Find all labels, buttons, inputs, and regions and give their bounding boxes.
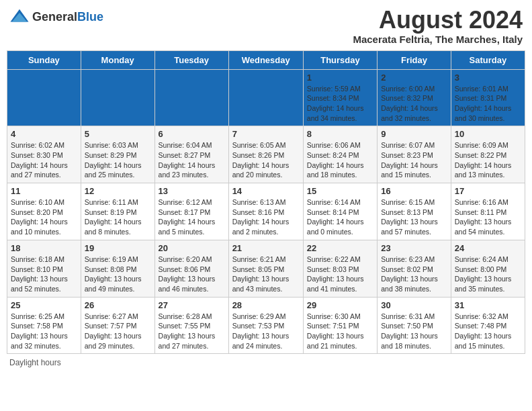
logo-icon bbox=[9, 7, 30, 27]
calendar-week-row: 11Sunrise: 6:10 AM Sunset: 8:20 PM Dayli… bbox=[7, 183, 525, 240]
day-info: Sunrise: 6:31 AM Sunset: 7:50 PM Dayligh… bbox=[381, 312, 447, 351]
day-number: 7 bbox=[232, 129, 300, 139]
calendar-cell: 26Sunrise: 6:27 AM Sunset: 7:57 PM Dayli… bbox=[81, 297, 154, 354]
calendar-cell: 14Sunrise: 6:13 AM Sunset: 8:16 PM Dayli… bbox=[228, 183, 303, 240]
day-info: Sunrise: 6:01 AM Sunset: 8:31 PM Dayligh… bbox=[455, 84, 521, 124]
weekday-header-sunday: Sunday bbox=[7, 50, 81, 69]
calendar-cell bbox=[154, 69, 228, 126]
calendar-cell: 31Sunrise: 6:32 AM Sunset: 7:48 PM Dayli… bbox=[451, 297, 525, 354]
calendar-cell: 23Sunrise: 6:23 AM Sunset: 8:02 PM Dayli… bbox=[378, 240, 451, 297]
calendar-cell: 15Sunrise: 6:14 AM Sunset: 8:14 PM Dayli… bbox=[303, 183, 377, 240]
day-number: 12 bbox=[85, 186, 151, 196]
calendar-table: SundayMondayTuesdayWednesdayThursdayFrid… bbox=[7, 50, 525, 355]
day-info: Sunrise: 6:05 AM Sunset: 8:26 PM Dayligh… bbox=[232, 140, 300, 180]
calendar-cell: 4Sunrise: 6:02 AM Sunset: 8:30 PM Daylig… bbox=[7, 126, 81, 183]
day-info: Sunrise: 6:00 AM Sunset: 8:32 PM Dayligh… bbox=[381, 84, 447, 124]
day-info: Sunrise: 6:12 AM Sunset: 8:17 PM Dayligh… bbox=[159, 197, 225, 237]
calendar-cell: 9Sunrise: 6:07 AM Sunset: 8:23 PM Daylig… bbox=[378, 126, 451, 183]
day-number: 22 bbox=[307, 243, 373, 253]
day-number: 4 bbox=[11, 129, 77, 139]
day-info: Sunrise: 6:21 AM Sunset: 8:05 PM Dayligh… bbox=[232, 255, 300, 294]
calendar-cell bbox=[81, 69, 154, 126]
day-number: 26 bbox=[85, 300, 151, 310]
calendar-cell: 17Sunrise: 6:16 AM Sunset: 8:11 PM Dayli… bbox=[451, 183, 525, 240]
calendar-cell bbox=[7, 69, 81, 126]
day-info: Sunrise: 6:03 AM Sunset: 8:29 PM Dayligh… bbox=[85, 140, 151, 180]
calendar-cell: 3Sunrise: 6:01 AM Sunset: 8:31 PM Daylig… bbox=[451, 69, 525, 126]
day-info: Sunrise: 5:59 AM Sunset: 8:34 PM Dayligh… bbox=[307, 84, 373, 124]
day-number: 11 bbox=[11, 186, 77, 196]
calendar-cell: 29Sunrise: 6:30 AM Sunset: 7:51 PM Dayli… bbox=[303, 297, 377, 354]
day-number: 25 bbox=[11, 300, 77, 310]
day-info: Sunrise: 6:09 AM Sunset: 8:22 PM Dayligh… bbox=[455, 140, 521, 180]
weekday-header-thursday: Thursday bbox=[303, 50, 377, 69]
day-number: 14 bbox=[232, 186, 300, 196]
weekday-header-wednesday: Wednesday bbox=[228, 50, 303, 69]
calendar-cell: 8Sunrise: 6:06 AM Sunset: 8:24 PM Daylig… bbox=[303, 126, 377, 183]
weekday-header-monday: Monday bbox=[81, 50, 154, 69]
day-number: 5 bbox=[85, 129, 151, 139]
day-number: 18 bbox=[11, 243, 77, 253]
calendar-cell: 18Sunrise: 6:18 AM Sunset: 8:10 PM Dayli… bbox=[7, 240, 81, 297]
day-info: Sunrise: 6:16 AM Sunset: 8:11 PM Dayligh… bbox=[455, 197, 521, 237]
day-info: Sunrise: 6:11 AM Sunset: 8:19 PM Dayligh… bbox=[85, 197, 151, 237]
calendar-cell: 5Sunrise: 6:03 AM Sunset: 8:29 PM Daylig… bbox=[81, 126, 154, 183]
main-title: August 2024 bbox=[353, 7, 523, 34]
day-info: Sunrise: 6:18 AM Sunset: 8:10 PM Dayligh… bbox=[11, 255, 77, 294]
calendar-cell: 2Sunrise: 6:00 AM Sunset: 8:32 PM Daylig… bbox=[378, 69, 451, 126]
day-info: Sunrise: 6:14 AM Sunset: 8:14 PM Dayligh… bbox=[307, 197, 373, 237]
day-info: Sunrise: 6:23 AM Sunset: 8:02 PM Dayligh… bbox=[381, 255, 447, 294]
day-info: Sunrise: 6:27 AM Sunset: 7:57 PM Dayligh… bbox=[85, 312, 151, 351]
day-info: Sunrise: 6:20 AM Sunset: 8:06 PM Dayligh… bbox=[159, 255, 225, 294]
day-number: 1 bbox=[307, 73, 373, 83]
day-number: 20 bbox=[159, 243, 225, 253]
day-info: Sunrise: 6:22 AM Sunset: 8:03 PM Dayligh… bbox=[307, 255, 373, 294]
calendar-cell: 22Sunrise: 6:22 AM Sunset: 8:03 PM Dayli… bbox=[303, 240, 377, 297]
calendar-cell: 13Sunrise: 6:12 AM Sunset: 8:17 PM Dayli… bbox=[154, 183, 228, 240]
day-info: Sunrise: 6:04 AM Sunset: 8:27 PM Dayligh… bbox=[159, 140, 225, 180]
day-number: 19 bbox=[85, 243, 151, 253]
sub-title: Macerata Feltria, The Marches, Italy bbox=[353, 34, 523, 45]
weekday-header-friday: Friday bbox=[378, 50, 451, 69]
calendar-cell: 21Sunrise: 6:21 AM Sunset: 8:05 PM Dayli… bbox=[228, 240, 303, 297]
calendar-cell: 30Sunrise: 6:31 AM Sunset: 7:50 PM Dayli… bbox=[378, 297, 451, 354]
day-number: 3 bbox=[455, 73, 521, 83]
day-info: Sunrise: 6:19 AM Sunset: 8:08 PM Dayligh… bbox=[85, 255, 151, 294]
footer-note: Daylight hours bbox=[7, 358, 525, 367]
day-number: 21 bbox=[232, 243, 300, 253]
day-number: 6 bbox=[159, 129, 225, 139]
calendar-cell: 24Sunrise: 6:24 AM Sunset: 8:00 PM Dayli… bbox=[451, 240, 525, 297]
calendar-cell: 27Sunrise: 6:28 AM Sunset: 7:55 PM Dayli… bbox=[154, 297, 228, 354]
day-number: 8 bbox=[307, 129, 373, 139]
day-info: Sunrise: 6:15 AM Sunset: 8:13 PM Dayligh… bbox=[381, 197, 447, 237]
calendar-cell: 16Sunrise: 6:15 AM Sunset: 8:13 PM Dayli… bbox=[378, 183, 451, 240]
day-info: Sunrise: 6:25 AM Sunset: 7:58 PM Dayligh… bbox=[11, 312, 77, 351]
day-info: Sunrise: 6:29 AM Sunset: 7:53 PM Dayligh… bbox=[232, 312, 300, 351]
calendar-week-row: 1Sunrise: 5:59 AM Sunset: 8:34 PM Daylig… bbox=[7, 69, 525, 126]
day-number: 24 bbox=[455, 243, 521, 253]
day-info: Sunrise: 6:28 AM Sunset: 7:55 PM Dayligh… bbox=[159, 312, 225, 351]
calendar-cell: 28Sunrise: 6:29 AM Sunset: 7:53 PM Dayli… bbox=[228, 297, 303, 354]
day-number: 28 bbox=[232, 300, 300, 310]
calendar-cell: 19Sunrise: 6:19 AM Sunset: 8:08 PM Dayli… bbox=[81, 240, 154, 297]
calendar-cell: 11Sunrise: 6:10 AM Sunset: 8:20 PM Dayli… bbox=[7, 183, 81, 240]
day-info: Sunrise: 6:13 AM Sunset: 8:16 PM Dayligh… bbox=[232, 197, 300, 237]
day-info: Sunrise: 6:07 AM Sunset: 8:23 PM Dayligh… bbox=[381, 140, 447, 180]
calendar-cell: 1Sunrise: 5:59 AM Sunset: 8:34 PM Daylig… bbox=[303, 69, 377, 126]
calendar-cell: 10Sunrise: 6:09 AM Sunset: 8:22 PM Dayli… bbox=[451, 126, 525, 183]
weekday-header-tuesday: Tuesday bbox=[154, 50, 228, 69]
day-info: Sunrise: 6:30 AM Sunset: 7:51 PM Dayligh… bbox=[307, 312, 373, 351]
logo: GeneralBlue bbox=[9, 7, 103, 27]
day-number: 30 bbox=[381, 300, 447, 310]
day-number: 2 bbox=[381, 73, 447, 83]
day-number: 27 bbox=[159, 300, 225, 310]
day-info: Sunrise: 6:02 AM Sunset: 8:30 PM Dayligh… bbox=[11, 140, 77, 180]
calendar-week-row: 18Sunrise: 6:18 AM Sunset: 8:10 PM Dayli… bbox=[7, 240, 525, 297]
day-number: 29 bbox=[307, 300, 373, 310]
weekday-header-row: SundayMondayTuesdayWednesdayThursdayFrid… bbox=[7, 50, 525, 69]
day-number: 17 bbox=[455, 186, 521, 196]
calendar-week-row: 4Sunrise: 6:02 AM Sunset: 8:30 PM Daylig… bbox=[7, 126, 525, 183]
calendar-cell: 6Sunrise: 6:04 AM Sunset: 8:27 PM Daylig… bbox=[154, 126, 228, 183]
logo-blue: Blue bbox=[77, 10, 103, 24]
calendar-cell: 7Sunrise: 6:05 AM Sunset: 8:26 PM Daylig… bbox=[228, 126, 303, 183]
